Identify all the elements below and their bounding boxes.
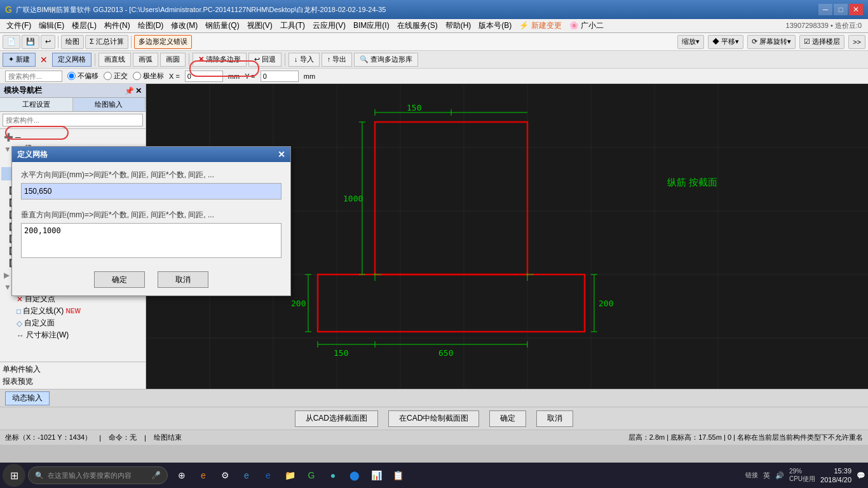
- rotate-btn[interactable]: ⟳ 屏幕旋转▾: [747, 35, 796, 49]
- export-btn[interactable]: ↑ 导出: [322, 53, 353, 67]
- draw-line-btn[interactable]: 画直线: [98, 53, 131, 67]
- menu-online[interactable]: 在线服务(S): [393, 19, 442, 32]
- x-input[interactable]: [185, 71, 223, 82]
- tree-toolbar-remove[interactable]: ─: [15, 133, 21, 142]
- tree-item-dimension[interactable]: ↔ 尺寸标注(W): [1, 329, 144, 341]
- task-lang[interactable]: 英: [763, 471, 770, 480]
- menu-help[interactable]: 帮助(H): [442, 19, 475, 32]
- task-speaker[interactable]: 🔊: [775, 471, 784, 480]
- radio-no-offset[interactable]: 不偏移: [67, 71, 98, 81]
- menu-cloud[interactable]: 云应用(V): [309, 19, 349, 32]
- start-button[interactable]: ⊞: [3, 464, 25, 487]
- dialog-ok-btn[interactable]: 确定: [94, 271, 145, 288]
- task-edge[interactable]: e: [238, 466, 255, 484]
- radio-orthogonal[interactable]: 正交: [104, 71, 128, 81]
- sum-btn[interactable]: Σ 汇总计算: [85, 35, 128, 49]
- menu-bim[interactable]: BIM应用(I): [349, 19, 393, 32]
- task-green[interactable]: G: [302, 466, 320, 484]
- task-app1[interactable]: ⚙: [216, 466, 234, 484]
- menu-floor[interactable]: 楼层(L): [68, 19, 100, 32]
- clear-polygon-btn[interactable]: ✕ 清除多边形: [193, 53, 247, 67]
- status-right: 层高：2.8m | 底标高：17.55m | 0 | 名称在当前层当前构件类型下…: [628, 433, 863, 442]
- menu-draw[interactable]: 绘图(D): [134, 19, 168, 32]
- menu-edit[interactable]: 编辑(E): [35, 19, 68, 32]
- v-spacing-input[interactable]: 200,1000: [21, 223, 281, 258]
- task-app2[interactable]: ●: [324, 466, 342, 484]
- task-app3[interactable]: ⬤: [346, 466, 363, 484]
- h-spacing-input[interactable]: [21, 183, 281, 200]
- confirm-btn[interactable]: 确定: [489, 410, 526, 427]
- search-component-input[interactable]: [5, 71, 62, 82]
- draw-btn[interactable]: 绘图: [61, 35, 84, 49]
- select-layer-btn[interactable]: ☑ 选择楼层: [799, 35, 844, 49]
- taskbar-search[interactable]: 🔍 在这里输入你要搜索的内容 🎤: [28, 466, 168, 484]
- menu-component[interactable]: 构件(N): [100, 19, 134, 32]
- maximize-btn[interactable]: □: [834, 4, 848, 15]
- dynamic-input-btn[interactable]: 动态输入: [5, 391, 50, 405]
- tree-icons-row: ➕ ─: [1, 132, 144, 143]
- new-polygon-btn[interactable]: ✦ ✦ 新建 新建: [3, 53, 36, 67]
- menu-tools[interactable]: 工具(T): [276, 19, 309, 32]
- status-bottom: 底标高：17.55m: [670, 433, 722, 441]
- menu-version[interactable]: 版本号(B): [475, 19, 515, 32]
- radio-polar[interactable]: 极坐标: [133, 71, 164, 81]
- menu-rebar[interactable]: 钢筋量(Q): [201, 19, 243, 32]
- search-icon: 🔍: [35, 471, 44, 480]
- close-tb2-btn[interactable]: ✕: [37, 53, 50, 67]
- query-lib-btn[interactable]: 🔍 查询多边形库: [354, 53, 418, 67]
- clear-icon: ✕: [198, 55, 204, 64]
- error-btn[interactable]: 多边形定义错误: [134, 35, 192, 49]
- sidebar-close-btn[interactable]: ✕: [135, 86, 142, 95]
- tree-label-dimension: 尺寸标注(W): [26, 330, 69, 341]
- sidebar-nav-single-component[interactable]: 单构件输入: [0, 363, 146, 376]
- sidebar-pin-btn[interactable]: 📌: [125, 86, 134, 95]
- tab-draw-input[interactable]: 绘图输入: [73, 98, 146, 111]
- task-ie2[interactable]: e: [259, 466, 277, 484]
- menu-small2[interactable]: 🌸 广小二: [566, 19, 607, 32]
- define-grid-btn[interactable]: 定义网格: [52, 53, 92, 67]
- sidebar-nav-report[interactable]: 报表预览: [0, 376, 146, 388]
- draw-circle-btn[interactable]: 画圆: [160, 53, 186, 67]
- task-app4[interactable]: 📊: [367, 466, 385, 484]
- dialog-close-btn[interactable]: ✕: [278, 149, 285, 159]
- y-input[interactable]: [261, 71, 299, 82]
- new-btn[interactable]: 📄: [3, 35, 20, 49]
- new-icon: ✦: [8, 55, 14, 64]
- status-command: 命令：无: [109, 433, 137, 442]
- cancel-action-btn[interactable]: 取消: [536, 410, 573, 427]
- pan-btn[interactable]: ◆ 平移▾: [708, 35, 743, 49]
- task-cortana[interactable]: ⊕: [173, 466, 191, 484]
- toolbar-icons-group: 📄 💾 ↩ 绘图 Σ 汇总计算 多边形定义错误: [3, 35, 192, 49]
- tree-item-custom-face[interactable]: ◇ 自定义面: [1, 317, 144, 329]
- draw-arc-btn[interactable]: 画弧: [133, 53, 158, 67]
- dialog-cancel-btn[interactable]: 取消: [158, 271, 208, 288]
- status-zero: 0: [728, 433, 731, 441]
- tree-expand-beam: ▼: [4, 145, 11, 154]
- menu-file[interactable]: 文件(F): [3, 19, 35, 32]
- menu-new-change[interactable]: ⚡ 新建变更: [515, 19, 565, 32]
- menu-modify[interactable]: 修改(M): [167, 19, 201, 32]
- task-app5[interactable]: 📋: [389, 466, 407, 484]
- tab-project-settings[interactable]: 工程设置: [0, 98, 73, 111]
- tree-item-custom-line[interactable]: □ 自定义线(X) NEW: [1, 305, 144, 317]
- save-btn[interactable]: 💾: [22, 35, 39, 49]
- close-btn[interactable]: ✕: [849, 4, 863, 15]
- undo-tb2-btn[interactable]: ↩ 回退: [248, 53, 281, 67]
- zoom-btn[interactable]: 缩放▾: [677, 35, 704, 49]
- more-btn[interactable]: >>: [848, 35, 865, 49]
- tree-toolbar-add[interactable]: ➕: [4, 133, 13, 142]
- status-coord: 坐标（X：-1021 Y：1434）: [5, 433, 92, 442]
- svg-rect-14: [318, 274, 585, 332]
- task-ie[interactable]: e: [194, 466, 212, 484]
- sidebar-search-input[interactable]: [3, 114, 143, 126]
- menu-view[interactable]: 视图(V): [243, 19, 276, 32]
- task-folder[interactable]: 📁: [281, 466, 299, 484]
- from-cad-btn[interactable]: 从CAD选择截面图: [295, 410, 378, 427]
- minimize-btn[interactable]: ─: [818, 4, 832, 15]
- app-icon: G: [5, 4, 12, 15]
- import-btn[interactable]: ↓ 导入: [288, 53, 320, 67]
- taskbar-time: 15:39 2018/4/20: [820, 466, 851, 485]
- undo-btn[interactable]: ↩: [41, 35, 55, 49]
- notification-icon[interactable]: 💬: [857, 471, 865, 480]
- draw-in-cad-btn[interactable]: 在CAD中绘制截面图: [388, 410, 479, 427]
